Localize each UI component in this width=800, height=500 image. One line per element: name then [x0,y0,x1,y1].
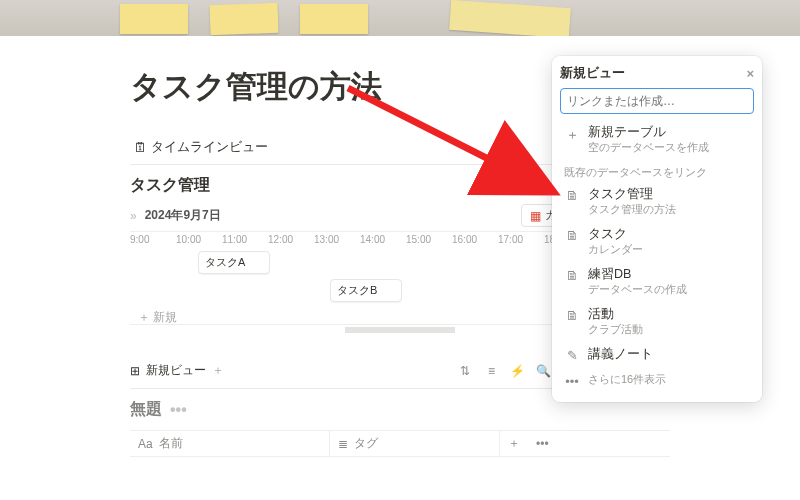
column-tag[interactable]: ≣ タグ [330,431,500,456]
column-tag-label: タグ [354,435,378,452]
hour-label: 13:00 [314,232,360,245]
search-icon[interactable]: 🔍 [534,362,552,380]
option-label: 練習DB [588,267,750,282]
page-icon: 🗎 [564,228,580,243]
option-label: タスク [588,227,750,242]
more-label: さらに16件表示 [588,373,750,386]
page-icon: 🗎 [564,308,580,323]
cover-postit [209,3,278,35]
option-sublabel: クラブ活動 [588,323,750,337]
tab-new-view[interactable]: 新規ビュー [146,362,206,379]
hour-label: 16:00 [452,232,498,245]
hour-label: 12:00 [268,232,314,245]
hour-label: 14:00 [360,232,406,245]
option-label: 新規テーブル [588,125,750,140]
option-label: タスク管理 [588,187,750,202]
ellipsis-icon: ••• [564,374,580,389]
chevron-right-icon: » [130,209,137,223]
db-link-option[interactable]: 🗎 活動 クラブ活動 [560,302,754,342]
hour-label: 11:00 [222,232,268,245]
db-link-option[interactable]: 🗎 タスク管理 タスク管理の方法 [560,182,754,222]
cover-image [0,0,800,36]
pencil-icon: ✎ [564,348,580,363]
hour-label: 9:00 [130,232,176,245]
page-icon: 🗎 [564,188,580,203]
column-overflow[interactable]: ••• [528,431,670,456]
cover-postit [300,4,368,34]
timeline-task[interactable]: タスクB [330,279,402,302]
option-sublabel: 空のデータベースを作成 [588,141,750,155]
hour-label: 15:00 [406,232,452,245]
multiselect-prop-icon: ≣ [338,437,348,451]
new-table-option[interactable]: ＋ 新規テーブル 空のデータベースを作成 [560,120,754,160]
link-existing-section-label: 既存のデータベースをリンク [560,160,754,182]
option-sublabel: データベースの作成 [588,283,750,297]
tab-timeline-view[interactable]: 🗓 タイムラインビュー [130,136,272,158]
db-link-option[interactable]: 🗎 タスク カレンダー [560,222,754,262]
timeline-task[interactable]: タスクA [198,251,270,274]
db-link-option[interactable]: 🗎 練習DB データベースの作成 [560,262,754,302]
option-label: 講義ノート [588,347,750,362]
db2-header-row: Aa 名前 ≣ タグ ＋ ••• [130,430,670,457]
calendar-icon: ▦ [530,209,541,223]
db-link-option[interactable]: ✎ 講義ノート [560,342,754,368]
timeline-icon: 🗓 [134,140,147,155]
title-prop-icon: Aa [138,437,153,451]
add-view-button[interactable]: ＋ [212,362,224,379]
add-column-button[interactable]: ＋ [500,431,528,456]
page-icon: 🗎 [564,268,580,283]
column-name[interactable]: Aa 名前 [130,431,330,456]
db2-title[interactable]: 無題 ••• [130,399,670,420]
option-sublabel: カレンダー [588,243,750,257]
hour-label: 17:00 [498,232,544,245]
timeline-date[interactable]: 2024年9月7日 [145,207,221,224]
new-view-popover: 新規ビュー × ＋ 新規テーブル 空のデータベースを作成 既存のデータベースをリ… [552,56,762,402]
cover-postit [120,4,188,34]
plus-icon: ＋ [564,126,580,144]
filter-icon[interactable]: ⇅ [456,362,474,380]
option-label: 活動 [588,307,750,322]
table-icon: ⊞ [130,364,140,378]
cover-postit [449,0,571,36]
more-icon[interactable]: ••• [170,401,187,419]
popover-title: 新規ビュー [560,64,625,82]
db2-title-text: 無題 [130,399,162,420]
column-name-label: 名前 [159,435,183,452]
link-or-create-input[interactable] [560,88,754,114]
sort-icon[interactable]: ≡ [482,362,500,380]
option-sublabel: タスク管理の方法 [588,203,750,217]
bolt-icon[interactable]: ⚡ [508,362,526,380]
timeline-new-row[interactable]: ＋ 新規 [138,309,177,326]
tab-label: タイムラインビュー [151,138,268,156]
show-more-option[interactable]: ••• さらに16件表示 [560,368,754,394]
close-icon[interactable]: × [746,66,754,81]
hour-label: 10:00 [176,232,222,245]
